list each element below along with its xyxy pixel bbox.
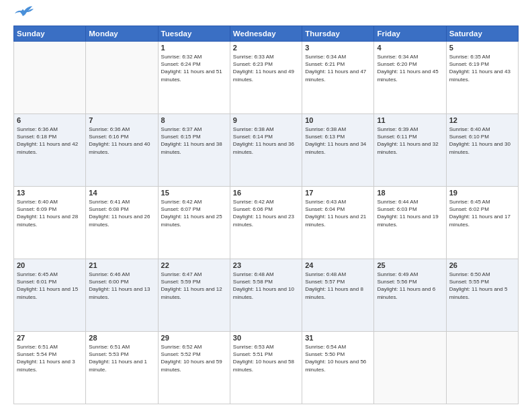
day-info: Sunrise: 6:36 AM Sunset: 6:16 PM Dayligh… [89, 126, 154, 156]
day-number: 19 [449, 189, 515, 197]
day-number: 23 [233, 261, 299, 269]
day-info: Sunrise: 6:45 AM Sunset: 6:02 PM Dayligh… [449, 198, 515, 228]
day-info: Sunrise: 6:45 AM Sunset: 6:01 PM Dayligh… [17, 271, 83, 301]
day-info: Sunrise: 6:53 AM Sunset: 5:51 PM Dayligh… [233, 343, 299, 373]
calendar-cell [86, 42, 158, 114]
day-info: Sunrise: 6:36 AM Sunset: 6:18 PM Dayligh… [17, 126, 83, 156]
day-info: Sunrise: 6:40 AM Sunset: 6:09 PM Dayligh… [17, 198, 83, 228]
day-info: Sunrise: 6:32 AM Sunset: 6:24 PM Dayligh… [161, 53, 227, 83]
day-info: Sunrise: 6:48 AM Sunset: 5:58 PM Dayligh… [233, 271, 299, 301]
day-info: Sunrise: 6:52 AM Sunset: 5:52 PM Dayligh… [161, 343, 227, 373]
week-row-0: 1Sunrise: 6:32 AM Sunset: 6:24 PM Daylig… [14, 42, 519, 114]
calendar-cell [446, 332, 518, 404]
calendar-cell: 25Sunrise: 6:49 AM Sunset: 5:56 PM Dayli… [374, 259, 446, 332]
day-number: 14 [89, 189, 154, 197]
calendar-cell: 13Sunrise: 6:40 AM Sunset: 6:09 PM Dayli… [14, 187, 86, 259]
day-number: 1 [161, 44, 227, 52]
calendar-cell: 22Sunrise: 6:47 AM Sunset: 5:59 PM Dayli… [158, 259, 230, 332]
calendar-cell: 29Sunrise: 6:52 AM Sunset: 5:52 PM Dayli… [158, 332, 230, 404]
day-number: 24 [305, 261, 371, 269]
day-info: Sunrise: 6:46 AM Sunset: 6:00 PM Dayligh… [89, 271, 154, 301]
calendar-cell: 10Sunrise: 6:38 AM Sunset: 6:13 PM Dayli… [302, 114, 374, 187]
day-info: Sunrise: 6:54 AM Sunset: 5:50 PM Dayligh… [305, 343, 371, 373]
day-number: 13 [17, 189, 83, 197]
week-row-2: 13Sunrise: 6:40 AM Sunset: 6:09 PM Dayli… [14, 187, 519, 259]
calendar-cell: 31Sunrise: 6:54 AM Sunset: 5:50 PM Dayli… [302, 332, 374, 404]
day-number: 28 [89, 334, 154, 342]
day-number: 10 [305, 116, 371, 124]
day-info: Sunrise: 6:37 AM Sunset: 6:15 PM Dayligh… [161, 126, 227, 156]
calendar-cell: 5Sunrise: 6:35 AM Sunset: 6:19 PM Daylig… [446, 42, 518, 114]
calendar-cell: 4Sunrise: 6:34 AM Sunset: 6:20 PM Daylig… [374, 42, 446, 114]
calendar-cell: 26Sunrise: 6:50 AM Sunset: 5:55 PM Dayli… [446, 259, 518, 332]
weekday-header-wednesday: Wednesday [230, 26, 302, 42]
day-info: Sunrise: 6:49 AM Sunset: 5:56 PM Dayligh… [377, 271, 443, 301]
calendar-cell: 6Sunrise: 6:36 AM Sunset: 6:18 PM Daylig… [14, 114, 86, 187]
calendar-cell [374, 332, 446, 404]
day-info: Sunrise: 6:41 AM Sunset: 6:08 PM Dayligh… [89, 198, 154, 228]
weekday-header-thursday: Thursday [302, 26, 374, 42]
calendar-cell: 30Sunrise: 6:53 AM Sunset: 5:51 PM Dayli… [230, 332, 302, 404]
day-number: 15 [161, 189, 227, 197]
header [13, 11, 519, 19]
calendar-cell: 2Sunrise: 6:33 AM Sunset: 6:23 PM Daylig… [230, 42, 302, 114]
calendar-cell: 21Sunrise: 6:46 AM Sunset: 6:00 PM Dayli… [86, 259, 158, 332]
day-info: Sunrise: 6:42 AM Sunset: 6:06 PM Dayligh… [233, 198, 299, 228]
weekday-header-row: SundayMondayTuesdayWednesdayThursdayFrid… [14, 26, 519, 42]
calendar-cell: 19Sunrise: 6:45 AM Sunset: 6:02 PM Dayli… [446, 187, 518, 259]
day-number: 17 [305, 189, 371, 197]
calendar-cell: 11Sunrise: 6:39 AM Sunset: 6:11 PM Dayli… [374, 114, 446, 187]
calendar-cell: 1Sunrise: 6:32 AM Sunset: 6:24 PM Daylig… [158, 42, 230, 114]
day-number: 25 [377, 261, 443, 269]
day-number: 20 [17, 261, 83, 269]
day-info: Sunrise: 6:33 AM Sunset: 6:23 PM Dayligh… [233, 53, 299, 83]
calendar-cell: 28Sunrise: 6:51 AM Sunset: 5:53 PM Dayli… [86, 332, 158, 404]
day-number: 26 [449, 261, 515, 269]
calendar-cell: 12Sunrise: 6:40 AM Sunset: 6:10 PM Dayli… [446, 114, 518, 187]
day-number: 18 [377, 189, 443, 197]
day-info: Sunrise: 6:51 AM Sunset: 5:54 PM Dayligh… [17, 343, 83, 373]
day-number: 3 [305, 44, 371, 52]
logo [13, 11, 34, 19]
day-info: Sunrise: 6:51 AM Sunset: 5:53 PM Dayligh… [89, 343, 154, 373]
day-number: 8 [161, 116, 227, 124]
page: SundayMondayTuesdayWednesdayThursdayFrid… [0, 0, 532, 411]
weekday-header-friday: Friday [374, 26, 446, 42]
day-info: Sunrise: 6:35 AM Sunset: 6:19 PM Dayligh… [449, 53, 515, 83]
weekday-header-monday: Monday [86, 26, 158, 42]
day-info: Sunrise: 6:47 AM Sunset: 5:59 PM Dayligh… [161, 271, 227, 301]
day-number: 2 [233, 44, 299, 52]
calendar-cell: 3Sunrise: 6:34 AM Sunset: 6:21 PM Daylig… [302, 42, 374, 114]
day-info: Sunrise: 6:42 AM Sunset: 6:07 PM Dayligh… [161, 198, 227, 228]
day-number: 27 [17, 334, 83, 342]
week-row-4: 27Sunrise: 6:51 AM Sunset: 5:54 PM Dayli… [14, 332, 519, 404]
day-number: 21 [89, 261, 154, 269]
calendar-cell: 8Sunrise: 6:37 AM Sunset: 6:15 PM Daylig… [158, 114, 230, 187]
day-number: 30 [233, 334, 299, 342]
calendar: SundayMondayTuesdayWednesdayThursdayFrid… [13, 26, 519, 404]
weekday-header-tuesday: Tuesday [158, 26, 230, 42]
calendar-cell [14, 42, 86, 114]
day-number: 11 [377, 116, 443, 124]
day-info: Sunrise: 6:40 AM Sunset: 6:10 PM Dayligh… [449, 126, 515, 156]
day-number: 4 [377, 44, 443, 52]
day-number: 7 [89, 116, 154, 124]
calendar-cell: 17Sunrise: 6:43 AM Sunset: 6:04 PM Dayli… [302, 187, 374, 259]
calendar-cell: 23Sunrise: 6:48 AM Sunset: 5:58 PM Dayli… [230, 259, 302, 332]
day-info: Sunrise: 6:44 AM Sunset: 6:03 PM Dayligh… [377, 198, 443, 228]
day-number: 29 [161, 334, 227, 342]
day-number: 22 [161, 261, 227, 269]
calendar-cell: 15Sunrise: 6:42 AM Sunset: 6:07 PM Dayli… [158, 187, 230, 259]
day-number: 9 [233, 116, 299, 124]
week-row-1: 6Sunrise: 6:36 AM Sunset: 6:18 PM Daylig… [14, 114, 519, 187]
calendar-cell: 14Sunrise: 6:41 AM Sunset: 6:08 PM Dayli… [86, 187, 158, 259]
day-info: Sunrise: 6:34 AM Sunset: 6:20 PM Dayligh… [377, 53, 443, 83]
day-info: Sunrise: 6:34 AM Sunset: 6:21 PM Dayligh… [305, 53, 371, 83]
day-number: 12 [449, 116, 515, 124]
day-number: 6 [17, 116, 83, 124]
day-number: 16 [233, 189, 299, 197]
weekday-header-saturday: Saturday [446, 26, 518, 42]
logo-bird-icon [15, 5, 34, 19]
calendar-cell: 24Sunrise: 6:48 AM Sunset: 5:57 PM Dayli… [302, 259, 374, 332]
weekday-header-sunday: Sunday [14, 26, 86, 42]
